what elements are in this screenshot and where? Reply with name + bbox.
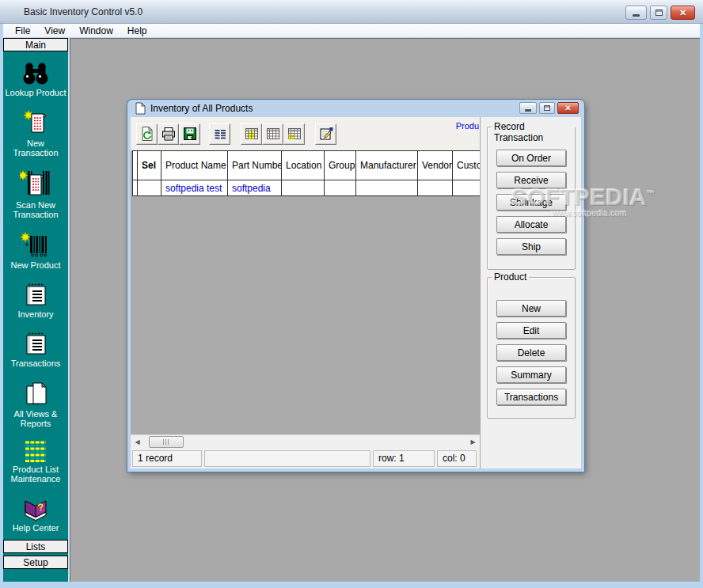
- column-list-button[interactable]: [209, 123, 230, 145]
- column-header-group[interactable]: Group: [325, 150, 356, 180]
- grid-plain-icon: [265, 126, 281, 142]
- window-title: Basic Inventory Control v5.0: [24, 6, 142, 17]
- child-title-bar[interactable]: Inventory of All Products: [127, 100, 584, 117]
- child-minimize-button[interactable]: [519, 102, 537, 114]
- sidebar-item-label: Scan New Transaction: [13, 200, 58, 219]
- actions-pane: Record TransactionOn OrderReceiveShrinka…: [481, 117, 581, 469]
- record-count-panel: 1 record: [132, 450, 202, 467]
- menu-help[interactable]: Help: [120, 25, 154, 37]
- column-header-sel[interactable]: Sel: [138, 150, 162, 180]
- column-header-manufacturer[interactable]: Manufacturer: [356, 150, 418, 180]
- sidebar-setup-button[interactable]: Setup: [3, 556, 68, 569]
- title-bar: Basic Inventory Control v5.0 ✕: [0, 0, 703, 24]
- transactions-button[interactable]: Transactions: [496, 389, 566, 405]
- table-row[interactable]: softpedia testsoftpedia: [132, 180, 480, 196]
- sidebar-item-new-transaction[interactable]: New Transaction: [3, 109, 68, 157]
- close-icon: ✕: [679, 9, 686, 17]
- column-header-vendor[interactable]: Vendor: [418, 150, 453, 180]
- scroll-right-arrow-icon[interactable]: ▶: [466, 435, 480, 449]
- ship-button[interactable]: Ship: [496, 238, 566, 255]
- column-header-product-name[interactable]: Product Name: [162, 150, 228, 180]
- scrollbar-thumb[interactable]: [149, 436, 184, 448]
- sidebar-item-scan-new-transaction[interactable]: Scan New Transaction: [3, 169, 68, 219]
- sidebar-item-transactions[interactable]: Transactions: [3, 331, 68, 368]
- product-label: Produ: [456, 121, 479, 131]
- grid-highlight-button[interactable]: [241, 123, 262, 145]
- sidebar-item-lookup-product[interactable]: Lookup Product: [3, 60, 68, 97]
- form-edit-icon: [318, 126, 334, 142]
- new-button[interactable]: New: [496, 300, 566, 317]
- minimize-button[interactable]: [625, 6, 647, 20]
- sidebar-item-label: All Views & Reports: [14, 409, 58, 428]
- sidebar-item-label: Product List Maintenance: [11, 465, 61, 484]
- cell[interactable]: [282, 180, 325, 196]
- grid-header: SelProduct NamePart NumberLocationGroupM…: [132, 150, 480, 180]
- column-header-part-number[interactable]: Part Number: [228, 150, 282, 180]
- barcode-product-icon: [21, 231, 51, 258]
- save-button[interactable]: [179, 123, 200, 145]
- sidebar: Main Lookup ProductNew TransactionScan N…: [3, 38, 70, 582]
- new-transaction-icon: [22, 109, 49, 136]
- allocate-button[interactable]: Allocate: [496, 216, 566, 233]
- sidebar-main-button[interactable]: Main: [3, 38, 68, 51]
- child-close-button[interactable]: ✕: [557, 102, 579, 114]
- sidebar-item-all-views-reports[interactable]: All Views & Reports: [3, 380, 68, 428]
- cell[interactable]: [138, 180, 162, 196]
- sidebar-item-label: Lookup Product: [5, 88, 66, 97]
- save-icon: [182, 126, 198, 142]
- form-edit-button[interactable]: [315, 123, 336, 145]
- restore-button[interactable]: [650, 6, 667, 20]
- document-icon: [135, 102, 146, 115]
- cell[interactable]: [356, 180, 418, 196]
- grid-plain-button[interactable]: [262, 123, 283, 145]
- cell[interactable]: softpedia: [228, 180, 282, 196]
- sidebar-item-label: Inventory: [17, 309, 53, 319]
- sidebar-item-help-center[interactable]: ?Help Center: [3, 495, 68, 533]
- toolbar: Produ: [131, 117, 480, 150]
- groupbox-buttons: NewEditDeleteSummaryTransactions: [496, 300, 566, 405]
- summary-button[interactable]: Summary: [496, 366, 566, 383]
- scroll-left-arrow-icon[interactable]: ◀: [131, 435, 144, 449]
- cell[interactable]: [453, 180, 480, 196]
- print-button[interactable]: [158, 123, 179, 145]
- grid-partial-button[interactable]: [283, 123, 305, 145]
- sidebar-lists-button[interactable]: Lists: [3, 540, 68, 553]
- cell[interactable]: [418, 180, 453, 196]
- row-selector-header: [132, 150, 138, 180]
- sidebar-items: Lookup ProductNew TransactionScan New Tr…: [3, 52, 68, 552]
- on-order-button[interactable]: On Order: [496, 150, 566, 166]
- restore-icon: [656, 9, 663, 16]
- menu-file[interactable]: File: [8, 25, 37, 37]
- cell[interactable]: softpedia test: [162, 180, 228, 196]
- child-window-title: Inventory of All Products: [150, 103, 253, 114]
- shrinkage-button[interactable]: Shrinkage: [496, 194, 566, 211]
- sidebar-item-label: Transactions: [11, 358, 61, 368]
- help-book-icon: ?: [21, 495, 50, 521]
- edit-button[interactable]: Edit: [496, 322, 566, 339]
- barcode-app-icon: [7, 6, 21, 19]
- cell[interactable]: [325, 180, 356, 196]
- row-selector[interactable]: [132, 180, 138, 196]
- sidebar-item-label: Help Center: [13, 523, 59, 533]
- child-window-controls: ✕: [519, 102, 579, 114]
- groupbox-record-transaction: Record TransactionOn OrderReceiveShrinka…: [487, 127, 576, 270]
- sidebar-item-product-list-maintenance[interactable]: Product List Maintenance: [3, 440, 68, 484]
- sidebar-item-inventory[interactable]: Inventory: [3, 282, 68, 319]
- window-border-right: [700, 24, 703, 588]
- mdi-area: Inventory of All Products ✕ Produ SelPro…: [70, 38, 700, 582]
- child-restore-button[interactable]: [539, 102, 555, 114]
- horizontal-scrollbar[interactable]: ◀ ▶: [131, 434, 480, 448]
- groupbox-title: Product: [492, 271, 529, 283]
- menu-view[interactable]: View: [37, 25, 72, 37]
- sidebar-item-label: New Product: [11, 260, 61, 270]
- close-button[interactable]: ✕: [671, 6, 695, 20]
- refresh-button[interactable]: [136, 123, 158, 145]
- products-grid: SelProduct NamePart NumberLocationGroupM…: [131, 150, 480, 434]
- status-message-panel: [204, 450, 370, 467]
- column-header-location[interactable]: Location: [282, 150, 325, 180]
- receive-button[interactable]: Receive: [496, 172, 566, 188]
- menu-window[interactable]: Window: [72, 25, 120, 37]
- delete-button[interactable]: Delete: [496, 344, 566, 361]
- column-header-customer[interactable]: Customer: [453, 150, 480, 180]
- sidebar-item-new-product[interactable]: New Product: [3, 231, 68, 270]
